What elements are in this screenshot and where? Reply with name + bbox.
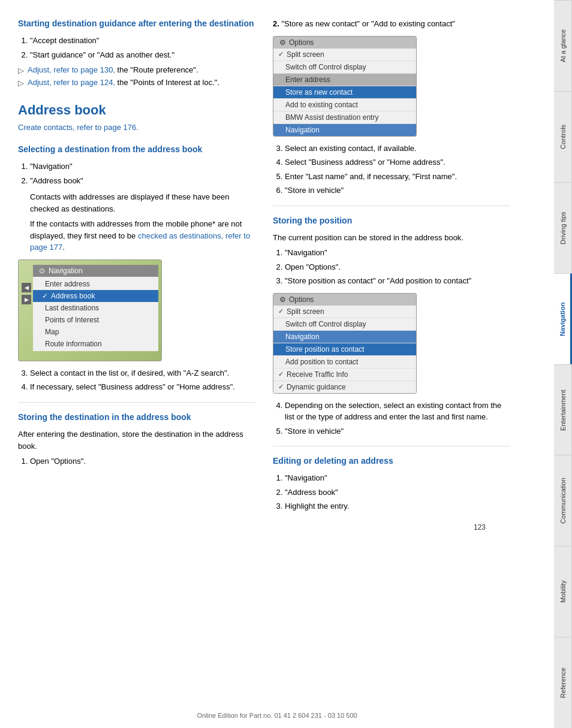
list-item: "Store in vehicle" [285,425,510,437]
divider-right-2 [273,446,510,446]
opt-add-existing-contact[interactable]: Add to existing contact [273,99,416,111]
main-content: Starting destination guidance after ente… [0,0,528,728]
opt-navigation[interactable]: Navigation [273,124,416,136]
storing-position-intro: The current position can be stored in th… [273,232,510,244]
create-contacts-link[interactable]: Create contacts, refer to page 176. [18,123,255,132]
section1-steps: "Accept destination" "Start guidance" or… [30,35,255,61]
list-item: Select an existing contact, if available… [285,143,510,155]
list-item: "Navigation" [285,472,510,484]
section2-heading: Selecting a destination from the address… [18,144,255,155]
list-item: If necessary, select "Business address" … [30,381,255,393]
arrow-item-2: ▷ Adjust, refer to page 124, the "Points… [18,78,255,87]
section2-para2: If the contacts with addresses from the … [30,218,255,253]
options-icon-2: ⚙ [279,295,286,304]
list-item: Highlight the entry. [285,500,510,512]
options-menu-screenshot-1: ⚙ Options Split screen Switch off Contro… [273,36,417,137]
menu-row-poi[interactable]: Points of Interest [33,314,158,326]
editing-heading: Editing or deleting an address [273,455,510,466]
menu-row-route-info[interactable]: Route information [33,338,158,350]
right-steps-after-menu1: Select an existing contact, if available… [285,143,510,197]
menu-row-address-book[interactable]: ✓ Address book [33,290,158,302]
section3-steps: Open "Options". [30,455,255,467]
divider-right [273,206,510,206]
tab-entertainment[interactable]: Entertainment [554,364,572,455]
options-icon: ⚙ [279,38,286,47]
tab-driving-tips[interactable]: Driving tips [554,182,572,273]
list-item: Select "Business address" or "Home addre… [285,156,510,168]
list-item: "Start guidance" or "Add as another dest… [30,49,255,61]
list-item: Enter "Last name" and, if necessary, "Fi… [285,171,510,183]
tab-controls[interactable]: Controls [554,91,572,182]
opt-bmw-assist[interactable]: BMW Assist destination entry [273,111,416,124]
opt2-switch-off[interactable]: Switch off Control display [273,318,416,331]
tab-mobility[interactable]: Mobility [554,546,572,637]
tab-navigation[interactable]: Navigation [554,273,572,364]
check-mark: ✓ [42,292,48,300]
menu-row-enter-address[interactable]: Enter address [33,278,158,290]
menu-row-map[interactable]: Map [33,326,158,338]
arrow-item-1: ▷ Adjust, refer to page 130, the "Route … [18,65,255,75]
opt2-receive-traffic[interactable]: Receive Traffic Info [273,368,416,381]
section2-para1: Contacts with addresses are displayed if… [30,191,255,215]
arrow-symbol: ▷ [18,66,24,75]
nav-right-arrow[interactable]: ▶ [22,295,31,304]
arrow-symbol: ▷ [18,78,24,87]
menu-row-last-destinations[interactable]: Last destinations [33,302,158,314]
divider [18,402,255,403]
editing-steps: "Navigation" "Address book" Highlight th… [285,472,510,512]
opt2-add-position[interactable]: Add position to contact [273,356,416,368]
opt2-store-position[interactable]: Store position as contact [273,343,416,356]
tab-at-a-glance[interactable]: At a glance [554,0,572,91]
options-menu-screenshot-2: ⚙ Options Split screen Switch off Contro… [273,293,417,394]
list-item: "Store position as contact" or "Add posi… [285,275,510,287]
options-body-1: Split screen Switch off Control display … [273,49,416,136]
address-book-heading: Address book [18,102,255,118]
right-column: 2. "Store as new contact" or "Add to exi… [273,18,510,517]
opt2-navigation[interactable]: Navigation [273,331,416,343]
list-item: "Address book" [30,175,255,187]
storing-position-heading: Storing the position [273,215,510,226]
options-title-2: ⚙ Options [273,294,416,306]
left-column: Starting destination guidance after ente… [18,18,255,517]
section2-steps-initial: "Navigation" "Address book" [30,161,255,186]
opt-store-new-contact[interactable]: Store as new contact [273,86,416,99]
step2-text: 2. "Store as new contact" or "Add to exi… [273,18,510,30]
list-item: Select a contact in the list or, if desi… [30,367,255,379]
options-title-1: ⚙ Options [273,37,416,49]
opt-split-screen[interactable]: Split screen [273,49,416,61]
list-item: "Address book" [285,487,510,499]
page-link-177[interactable]: checked as destinations, refer to page 1… [30,231,250,252]
list-item: "Navigation" [30,161,255,173]
menu-items-list: Enter address ✓ Address book Last destin… [33,277,158,351]
tab-reference[interactable]: Reference [554,637,572,728]
opt-switch-off[interactable]: Switch off Control display [273,61,416,74]
right-steps-after-menu2: Depending on the selection, select an ex… [285,400,510,437]
list-item: Open "Options". [285,261,510,273]
list-item: Depending on the selection, select an ex… [285,400,510,423]
list-item: "Navigation" [285,247,510,259]
section3-heading: Storing the destination in the address b… [18,412,255,422]
opt2-split-screen[interactable]: Split screen [273,306,416,318]
storing-position-steps: "Navigation" Open "Options". "Store posi… [285,247,510,287]
right-tabs: At a glance Controls Driving tips Naviga… [554,0,572,728]
page-number: 123 [18,523,510,531]
opt2-dynamic-guidance[interactable]: Dynamic guidance [273,381,416,393]
page-link-124[interactable]: Adjust, refer to page 124, [28,78,115,87]
section2-steps-continued: Select a contact in the list or, if desi… [30,367,255,393]
options-body-2: Split screen Switch off Control display … [273,306,416,393]
nav-icon: ⊙ [39,267,45,275]
list-item: Open "Options". [30,455,255,467]
nav-left-arrow[interactable]: ◀ [22,283,31,292]
section3-intro: After entering the destination, store th… [18,428,255,452]
page-link-130[interactable]: Adjust, refer to page 130, [28,65,115,74]
list-item: "Store in vehicle" [285,185,510,197]
list-item: "Accept destination" [30,35,255,47]
nav-menu-box: ⊙ Navigation Enter address ✓ Address boo… [33,265,158,351]
tab-communication[interactable]: Communication [554,455,572,546]
nav-menu-screenshot-1: ◀ ▶ ⊙ Navigation Enter address ✓ Add [18,259,162,361]
page-footer: Online Edition for Part no. 01 41 2 604 … [0,712,554,719]
menu-title: ⊙ Navigation [33,265,158,277]
opt-enter-address[interactable]: Enter address [273,74,416,86]
section1-heading: Starting destination guidance after ente… [18,18,255,29]
